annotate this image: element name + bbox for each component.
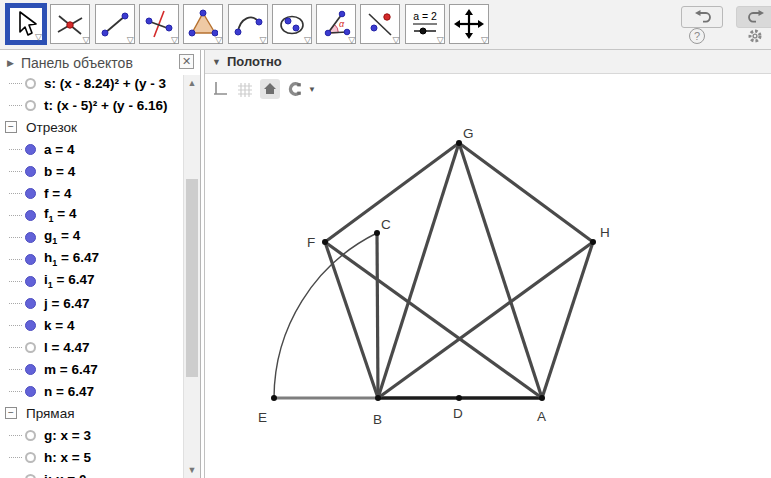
object-row[interactable]: a = 4 [0, 138, 183, 160]
object-row[interactable]: l = 4.47 [0, 336, 183, 358]
object-label: i: x = 0 [44, 472, 86, 478]
visibility-dot[interactable] [25, 210, 36, 221]
tool-polygon[interactable]: ▽ [183, 4, 223, 44]
tool-dropdown-icon[interactable]: ▽ [215, 35, 222, 45]
object-row[interactable]: i1 = 6.47 [0, 270, 183, 292]
segment-BC[interactable] [377, 233, 378, 398]
graphics-view[interactable]: ▼ Полотно ▼ GFCHEBDA [204, 50, 771, 478]
svg-text:α: α [339, 19, 345, 29]
visibility-dot[interactable] [25, 144, 36, 155]
visibility-dot[interactable] [25, 342, 36, 353]
object-row[interactable]: m = 6.47 [0, 358, 183, 380]
tool-segment[interactable]: ▽ [95, 4, 135, 44]
tool-dropdown-icon[interactable]: ▽ [35, 32, 42, 42]
tool-move[interactable]: ▽ [6, 4, 46, 44]
geometry-drawing[interactable]: GFCHEBDA [205, 74, 771, 478]
point-D[interactable] [456, 395, 462, 401]
segment-FB[interactable] [325, 242, 378, 398]
tool-point-intersect[interactable]: ▽ [50, 4, 90, 44]
segment-GB[interactable] [378, 143, 459, 398]
object-label: k = 4 [44, 318, 74, 333]
visibility-dot[interactable] [25, 320, 36, 331]
tool-dropdown-icon[interactable]: ▽ [304, 35, 311, 45]
object-row[interactable]: n = 6.47 [0, 380, 183, 402]
help-icon[interactable]: ? [689, 28, 705, 44]
redo-button[interactable] [736, 6, 771, 28]
tool-dropdown-icon[interactable]: ▽ [82, 35, 89, 45]
point-H[interactable] [590, 239, 596, 245]
segment-icon [100, 9, 130, 39]
visibility-dot[interactable] [25, 276, 36, 287]
visibility-dot[interactable] [25, 254, 36, 265]
tree-twig [9, 303, 22, 304]
visibility-dot[interactable] [25, 452, 36, 463]
tool-perpendicular-line[interactable]: ▽ [139, 4, 179, 44]
scrollbar-thumb[interactable] [186, 179, 198, 377]
tree-twig [9, 281, 22, 282]
scroll-up-icon[interactable]: ▲ [184, 78, 200, 88]
point-C[interactable] [374, 230, 380, 236]
panel-close-icon[interactable]: ✕ [179, 54, 194, 69]
visibility-dot[interactable] [25, 298, 36, 309]
visibility-dot[interactable] [25, 232, 36, 243]
object-row[interactable]: f1 = 4 [0, 204, 183, 226]
visibility-dot[interactable] [25, 364, 36, 375]
tool-move-graphics[interactable]: ▽ [449, 4, 489, 44]
arc-EC[interactable] [274, 233, 377, 398]
point-G[interactable] [456, 140, 462, 146]
point-F[interactable] [322, 239, 328, 245]
object-row[interactable]: i: x = 0 [0, 468, 183, 478]
segment-GA[interactable] [459, 143, 542, 398]
visibility-dot[interactable] [25, 474, 36, 478]
object-row[interactable]: h: x = 5 [0, 446, 183, 468]
tool-dropdown-icon[interactable]: ▽ [127, 35, 134, 45]
segment-FA[interactable] [325, 242, 542, 398]
object-row[interactable]: g1 = 4 [0, 226, 183, 248]
panel-collapse-arrow-icon[interactable]: ▶ [7, 58, 14, 68]
tool-dropdown-icon[interactable]: ▽ [348, 35, 355, 45]
tool-dropdown-icon[interactable]: ▽ [392, 35, 399, 45]
object-row[interactable]: h1 = 6.47 [0, 248, 183, 270]
collapse-minus-icon[interactable]: − [5, 407, 17, 419]
object-row[interactable]: j = 6.47 [0, 292, 183, 314]
visibility-dot[interactable] [25, 100, 36, 111]
tool-dropdown-icon[interactable]: ▽ [171, 35, 178, 45]
tool-slider[interactable]: a = 2▽ [405, 4, 445, 44]
segment-FG[interactable] [325, 143, 459, 242]
visibility-dot[interactable] [25, 188, 36, 199]
ellipse-icon [277, 9, 307, 39]
tool-dropdown-icon[interactable]: ▽ [260, 35, 267, 45]
undo-button[interactable] [681, 6, 723, 28]
object-row[interactable]: t: (x - 5)² + (y - 6.16) [0, 94, 183, 116]
tool-dropdown-icon[interactable]: ▽ [437, 35, 444, 45]
panel-scrollbar[interactable]: ▲ ▼ [183, 75, 200, 478]
point-B[interactable] [375, 395, 381, 401]
point-A[interactable] [539, 395, 545, 401]
settings-gear-icon[interactable] [747, 28, 763, 44]
object-row[interactable]: b = 4 [0, 160, 183, 182]
tool-ellipse[interactable]: ▽ [272, 4, 312, 44]
graphics-header: ▼ Полотно [205, 50, 771, 74]
tool-angle[interactable]: α▽ [316, 4, 356, 44]
section-row[interactable]: −Прямая [0, 402, 183, 424]
section-row[interactable]: −Отрезок [0, 116, 183, 138]
object-row[interactable]: g: x = 3 [0, 424, 183, 446]
graphics-collapse-arrow-icon[interactable]: ▼ [212, 57, 221, 67]
tool-dropdown-icon[interactable]: ▽ [481, 35, 488, 45]
visibility-dot[interactable] [25, 166, 36, 177]
tool-circular-arc[interactable]: ▽ [228, 4, 268, 44]
object-label: s: (x - 8.24)² + (y - 3 [44, 76, 166, 91]
visibility-dot[interactable] [25, 430, 36, 441]
object-row[interactable]: s: (x - 8.24)² + (y - 3 [0, 75, 183, 94]
segment-HB[interactable] [378, 242, 593, 398]
segment-HA[interactable] [542, 242, 593, 398]
scroll-down-icon[interactable]: ▼ [184, 465, 200, 475]
collapse-minus-icon[interactable]: − [5, 121, 17, 133]
object-row[interactable]: f = 4 [0, 182, 183, 204]
segment-GH[interactable] [459, 143, 593, 242]
object-row[interactable]: k = 4 [0, 314, 183, 336]
visibility-dot[interactable] [25, 78, 36, 89]
point-E[interactable] [271, 395, 277, 401]
tool-reflect[interactable]: ▽ [360, 4, 400, 44]
visibility-dot[interactable] [25, 386, 36, 397]
